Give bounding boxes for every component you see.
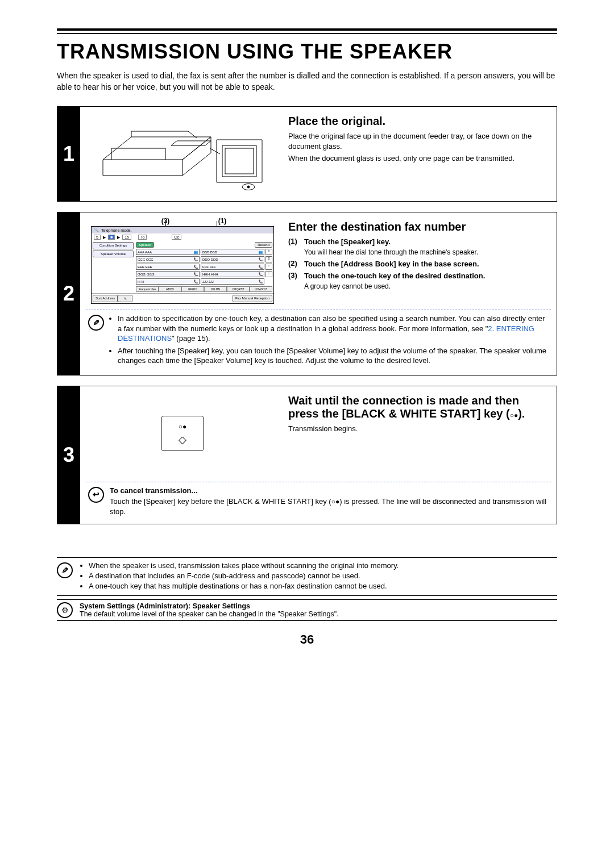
step-2-illustration: (3) (1) 🔍 Telephone mode. 5 ▶: [86, 217, 279, 304]
circle-dot-icon: [331, 497, 340, 506]
substep-num: (3): [288, 271, 304, 291]
substep-note: You will hear the dial tone through the …: [304, 248, 545, 257]
one-touch-key[interactable]: GGG GGG📞: [136, 271, 200, 277]
substep-title: Touch the [Address Book] key in the base…: [304, 259, 545, 269]
one-touch-key[interactable]: III III📞: [136, 278, 200, 285]
fax-screen: 🔍 Telephone mode. 5 ▶ ■ ▶ 15 To Cc: [91, 226, 274, 304]
one-touch-key[interactable]: JJJ JJJ📞: [201, 278, 264, 285]
cancel-heading: To cancel transmission...: [110, 486, 197, 495]
step-number: 3: [57, 386, 80, 524]
substep-title: Touch the [Speaker] key.: [304, 237, 545, 247]
substep-list: (1) Touch the [Speaker] key. You will he…: [288, 237, 545, 291]
index-tab[interactable]: Frequent Use: [136, 286, 159, 292]
speaker-volume-button[interactable]: Speaker Volume: [93, 251, 134, 258]
resend-button[interactable]: Resend: [255, 242, 272, 248]
sys-heading: System Settings (Administrator): Speaker…: [80, 602, 250, 610]
step-3-box: 3 Wait until the connection is made and …: [57, 386, 557, 524]
edit-icon[interactable]: ✎: [118, 295, 132, 302]
index-tab[interactable]: JKLMN: [204, 286, 227, 292]
intro-paragraph: When the speaker is used to dial, the fa…: [57, 70, 557, 93]
one-touch-key[interactable]: FFF FFF📞: [201, 264, 264, 270]
one-touch-key[interactable]: DDD DDD📞: [201, 256, 264, 262]
one-touch-key[interactable]: EEE EEE📞: [136, 264, 200, 270]
page-number: 36: [57, 632, 557, 647]
start-key-panel: [161, 416, 204, 451]
dashed-separator: [86, 482, 551, 482]
start-key-icon: [179, 433, 186, 446]
callout-1: (1): [218, 217, 227, 225]
page-up[interactable]: ↑: [265, 264, 272, 270]
sort-address-button[interactable]: Sort Address: [93, 295, 118, 302]
step-2-note: In addition to specification by one-touc…: [86, 314, 551, 370]
lower-note-item: A one-touch key that has multiple destin…: [89, 582, 399, 590]
step-1-illustration: [86, 111, 279, 197]
cancel-note: To cancel transmission... Touch the [Spe…: [86, 486, 551, 519]
substep-note: A group key cannot be used.: [304, 282, 545, 291]
substep-num: (1): [288, 237, 304, 257]
step-3-heading: Wait until the connection is made and th…: [288, 394, 545, 420]
lower-note-item: When the speaker is used, transmission t…: [89, 561, 399, 570]
sys-text: The default volume level of the speaker …: [80, 610, 339, 618]
one-touch-key[interactable]: AAA AAA👥: [136, 249, 200, 255]
screen-mode-label: Telephone mode.: [101, 228, 132, 232]
one-touch-key[interactable]: BBB BBB👥: [201, 249, 264, 255]
one-touch-key[interactable]: CCC CCC📞: [136, 256, 200, 262]
cancel-text: Touch the [Speaker] key before the [BLAC…: [110, 496, 549, 516]
svg-point-0: [247, 186, 250, 188]
screen-cc-label[interactable]: Cc: [172, 235, 181, 240]
screen-tab-5[interactable]: 5: [94, 235, 101, 240]
index-tab[interactable]: OPQRST: [227, 286, 250, 292]
search-icon: 🔍: [94, 228, 99, 232]
page-down[interactable]: ↓: [265, 271, 272, 277]
step-1-heading: Place the original.: [288, 115, 545, 128]
lower-note-item: A destination that includes an F-code (s…: [89, 571, 399, 580]
lower-notes: When the speaker is used, transmission t…: [57, 557, 557, 596]
page-title: TRANSMISSION USING THE SPEAKER: [57, 40, 557, 64]
index-tab[interactable]: EFGHI: [181, 286, 204, 292]
index-tab[interactable]: ABCD: [159, 286, 181, 292]
screen-tab-15[interactable]: 15: [122, 235, 131, 240]
note-bullet: In addition to specification by one-touc…: [118, 314, 549, 344]
step-1-box: 1: [57, 106, 557, 202]
dashed-separator: [86, 310, 551, 310]
index-tabs: Frequent Use ABCD EFGHI JKLMN OPQRST UVW…: [136, 286, 272, 292]
substep-title: Touch the one-touch key of the desired d…: [304, 271, 545, 281]
document-page: TRANSMISSION USING THE SPEAKER When the …: [28, 0, 586, 670]
fax-manual-reception-button[interactable]: Fax Manual Reception: [233, 295, 272, 302]
page-1[interactable]: 1: [265, 249, 272, 255]
screen-tab-active[interactable]: ■: [108, 235, 115, 240]
step-3-illustration: [86, 391, 279, 476]
step-3-para: Transmission begins.: [288, 424, 545, 434]
svg-line-1: [210, 148, 220, 154]
step-number: 2: [57, 212, 80, 375]
pencil-icon: [88, 315, 104, 331]
gear-icon: [57, 602, 73, 618]
screen-to-label[interactable]: To: [138, 235, 147, 240]
page-2[interactable]: 2: [265, 256, 272, 262]
step-number: 1: [57, 107, 80, 201]
system-settings-note: System Settings (Administrator): Speaker…: [57, 599, 557, 621]
step-1-para-2: When the document glass is used, only on…: [288, 153, 545, 164]
printer-icon: [97, 114, 268, 194]
index-tab[interactable]: UVWXYZ: [250, 286, 272, 292]
header-rule: [57, 28, 557, 34]
circle-dot-icon: [179, 421, 187, 431]
note-bullet: After touching the [Speaker] key, you ca…: [118, 346, 549, 366]
step-2-box: 2 (3) (1) 🔍 Telephone mode.: [57, 212, 557, 375]
speaker-button[interactable]: Speaker: [136, 242, 154, 248]
one-touch-grid: AAA AAA👥 BBB BBB👥 1 CCC CCC📞 DDD DDD📞 2 …: [136, 249, 272, 285]
circle-dot-icon: [510, 407, 518, 420]
condition-settings-button[interactable]: Condition Settings: [93, 242, 134, 249]
step-1-para-1: Place the original face up in the docume…: [288, 131, 545, 151]
step-2-heading: Enter the destination fax number: [288, 220, 545, 233]
cancel-icon: [88, 487, 104, 503]
substep-num: (2): [288, 259, 304, 269]
one-touch-key[interactable]: HHH HHH📞: [201, 271, 264, 277]
pencil-icon: [57, 562, 73, 578]
